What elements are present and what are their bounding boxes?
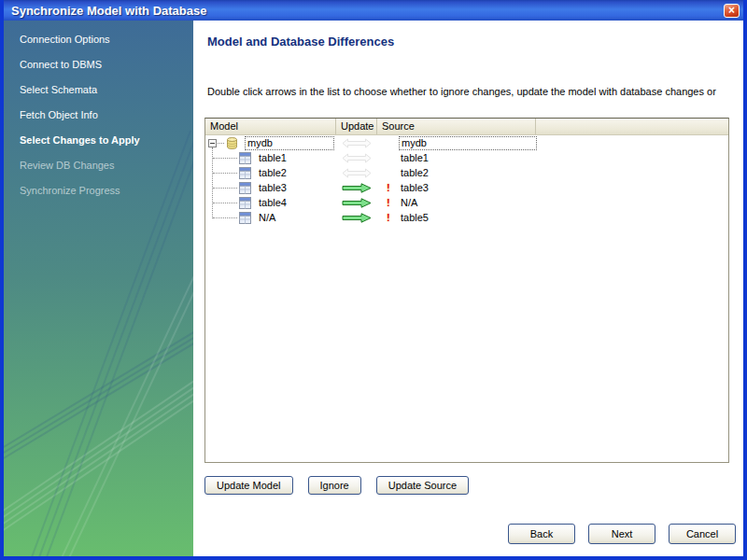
sidebar-step-review-db-changes: Review DB Changes (4, 153, 193, 178)
back-button[interactable]: Back (508, 524, 575, 544)
sync-both-arrow-icon[interactable] (342, 138, 372, 148)
sidebar-step-connection-options: Connection Options (4, 27, 193, 52)
sidebar-step-select-schemata: Select Schemata (4, 77, 193, 103)
close-button[interactable]: × (724, 4, 740, 18)
tree-connector (213, 203, 237, 203)
close-icon: × (728, 5, 735, 16)
list-header-row: ModelUpdateSource (205, 119, 728, 135)
action-buttons: Update ModelIgnoreUpdate Source (204, 476, 469, 495)
database-icon (225, 136, 239, 150)
sync-both-arrow-icon[interactable] (342, 153, 372, 163)
alert-icon: ! (387, 212, 399, 223)
table-icon (239, 167, 251, 179)
source-name: table2 (399, 167, 430, 179)
alert-icon: ! (387, 197, 399, 208)
sidebar-step-synchronize-progress: Synchronize Progress (4, 178, 193, 203)
table-icon (239, 212, 251, 224)
cancel-button[interactable]: Cancel (669, 524, 736, 544)
model-name: N/A (257, 212, 277, 224)
update-source-arrow-icon[interactable] (342, 198, 372, 208)
tree-connector (213, 173, 237, 174)
model-name: mydb (245, 136, 334, 150)
update-source-arrow-icon[interactable] (342, 213, 372, 223)
sidebar-step-fetch-object-info: Fetch Object Info (4, 103, 193, 128)
ignore-button[interactable]: Ignore (308, 476, 361, 495)
tree-connector (218, 143, 224, 144)
sync-both-arrow-icon[interactable] (342, 168, 372, 178)
wizard-window: Synchronize Model with Database × (0, 0, 747, 560)
table-icon (239, 152, 251, 164)
differences-list: ModelUpdateSource mydbmydbtable1table1ta… (204, 118, 729, 463)
page-title: Model and Database Differences (207, 35, 394, 49)
source-name: table5 (399, 212, 430, 224)
column-header-source[interactable]: Source (377, 119, 536, 134)
title-bar: Synchronize Model with Database × (4, 0, 743, 21)
model-name: table2 (257, 167, 289, 179)
diff-row-table2[interactable]: table2table2 (205, 165, 728, 180)
column-header-model[interactable]: Model (205, 119, 336, 134)
update-source-button[interactable]: Update Source (376, 476, 469, 495)
column-header-update[interactable]: Update (336, 119, 377, 134)
source-name: N/A (399, 197, 419, 209)
model-name: table3 (257, 182, 289, 194)
diff-row-table4[interactable]: table4!N/A (205, 195, 728, 210)
update-source-arrow-icon[interactable] (342, 183, 372, 193)
alert-icon: ! (387, 182, 399, 193)
update-model-button[interactable]: Update Model (204, 476, 293, 495)
wizard-sidebar: Connection OptionsConnect to DBMSSelect … (4, 21, 193, 556)
footer-buttons: BackNextCancel (508, 524, 736, 544)
source-name: table1 (399, 152, 430, 164)
wizard-content: Model and Database Differences Double cl… (193, 21, 743, 556)
diff-row-table1[interactable]: table1table1 (205, 150, 728, 165)
column-header-filler (536, 119, 728, 134)
model-name: table4 (257, 197, 289, 209)
instruction-text: Double click arrows in the list to choos… (207, 86, 736, 97)
diff-row-table3[interactable]: table3!table3 (205, 180, 728, 195)
tree-connector (213, 188, 237, 189)
source-name: mydb (399, 136, 537, 150)
table-icon (239, 197, 251, 209)
table-icon (239, 182, 251, 194)
tree-connector (213, 158, 237, 159)
diff-row-mydb[interactable]: mydbmydb (205, 135, 728, 150)
tree-connector (213, 217, 237, 218)
diff-row-n-a[interactable]: N/A!table5 (205, 210, 728, 225)
expander-minus-icon[interactable] (208, 139, 217, 147)
sidebar-step-connect-to-dbms: Connect to DBMS (4, 52, 193, 77)
list-body: mydbmydbtable1table1table2table2table3!t… (205, 135, 728, 462)
model-name: table1 (257, 152, 289, 164)
wizard-steps: Connection OptionsConnect to DBMSSelect … (4, 21, 193, 203)
source-name: table3 (399, 182, 430, 194)
next-button[interactable]: Next (588, 524, 655, 544)
sidebar-step-select-changes-to-apply: Select Changes to Apply (4, 128, 193, 153)
window-title: Synchronize Model with Database (11, 4, 724, 18)
